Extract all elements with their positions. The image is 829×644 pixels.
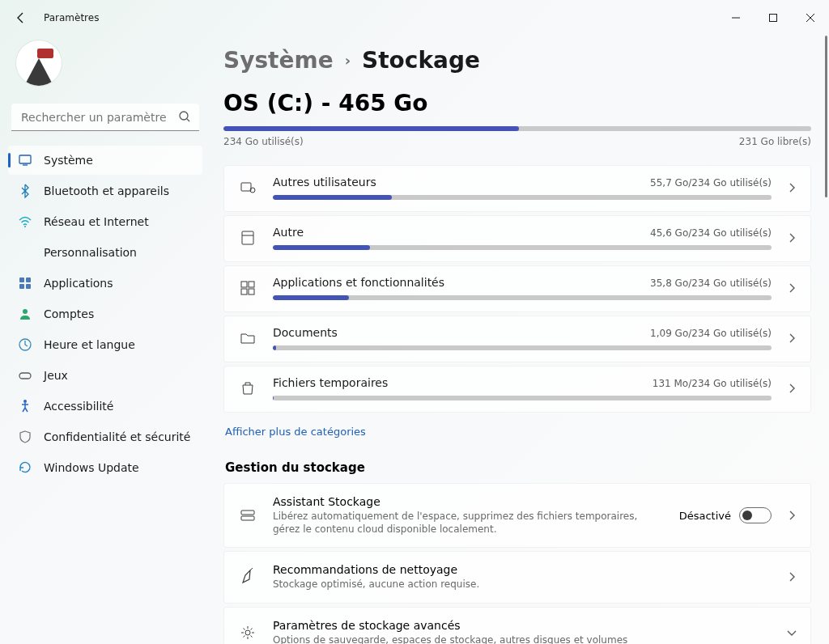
cleanup-row[interactable]: Recommandations de nettoyage Stockage op…	[223, 551, 811, 603]
svg-rect-9	[19, 284, 24, 289]
svg-rect-15	[241, 183, 251, 191]
svg-point-2	[180, 112, 188, 120]
drive-title: OS (C:) - 465 Go	[223, 90, 811, 117]
breadcrumb-root[interactable]: Système	[223, 47, 334, 74]
sidebar-item-system[interactable]: Système	[8, 146, 202, 175]
sidebar-item-time[interactable]: Heure et langue	[8, 330, 202, 359]
broom-icon	[237, 568, 258, 586]
maximize-button[interactable]	[755, 5, 792, 31]
svg-point-14	[23, 400, 27, 403]
category-size: 131 Mo/234 Go utilisé(s)	[653, 378, 772, 389]
sidebar-item-privacy[interactable]: Confidentialité et sécurité	[8, 422, 202, 451]
sidebar-item-accessibility[interactable]: Accessibilité	[8, 392, 202, 421]
category-title: Fichiers temporaires	[273, 376, 388, 389]
back-button[interactable]	[6, 3, 36, 32]
svg-rect-17	[242, 231, 253, 244]
svg-rect-4	[19, 155, 31, 163]
category-card[interactable]: Autre45,6 Go/234 Go utilisé(s)	[223, 215, 811, 262]
sidebar-item-apps[interactable]: Applications	[8, 269, 202, 298]
user-block[interactable]	[8, 36, 202, 100]
svg-point-6	[24, 226, 26, 227]
maximize-icon	[768, 13, 778, 23]
storage-sense-row[interactable]: Assistant Stockage Libérez automatiqueme…	[223, 483, 811, 548]
sidebar-item-label: Windows Update	[44, 461, 139, 474]
minimize-button[interactable]	[717, 5, 755, 31]
svg-point-26	[245, 630, 250, 635]
chevron-right-icon	[786, 232, 797, 244]
paintbrush-icon	[18, 245, 32, 260]
sidebar: Système Bluetooth et appareils Réseau et…	[0, 36, 210, 644]
category-icon	[237, 279, 258, 297]
sidebar-item-accounts[interactable]: Comptes	[8, 299, 202, 328]
svg-line-25	[250, 568, 253, 570]
svg-point-11	[23, 309, 28, 314]
advanced-title: Paramètres de stockage avancés	[273, 619, 772, 632]
category-card[interactable]: Applications et fonctionnalités35,8 Go/2…	[223, 265, 811, 312]
breadcrumb: Système › Stockage	[223, 47, 811, 74]
title-bar: Paramètres	[0, 0, 829, 36]
close-button[interactable]	[792, 5, 829, 31]
storage-sense-title: Assistant Stockage	[273, 495, 665, 508]
person-icon	[18, 307, 32, 321]
category-title: Autre	[273, 226, 304, 239]
section-heading-management: Gestion du stockage	[225, 460, 811, 475]
storage-sense-sub: Libérez automatiquement de l'espace, sup…	[273, 510, 665, 536]
page-title: Stockage	[362, 47, 480, 74]
sidebar-item-gaming[interactable]: Jeux	[8, 361, 202, 390]
sidebar-item-label: Jeux	[44, 369, 68, 382]
sidebar-item-update[interactable]: Windows Update	[8, 453, 202, 482]
category-bar	[273, 245, 772, 250]
chevron-right-icon	[786, 571, 797, 583]
drive-used-label: 234 Go utilisé(s)	[223, 136, 304, 147]
chevron-right-icon	[786, 383, 797, 394]
sidebar-item-network[interactable]: Réseau et Internet	[8, 207, 202, 236]
svg-rect-13	[19, 373, 31, 379]
advanced-row[interactable]: Paramètres de stockage avancés Options d…	[223, 607, 811, 644]
sidebar-item-personalization[interactable]: Personnalisation	[8, 238, 202, 267]
category-list: Autres utilisateurs55,7 Go/234 Go utilis…	[223, 165, 811, 413]
svg-rect-7	[19, 278, 24, 282]
window-title: Paramètres	[44, 12, 99, 23]
sidebar-item-label: Réseau et Internet	[44, 215, 149, 228]
sidebar-item-label: Heure et langue	[44, 338, 135, 351]
cleanup-sub: Stockage optimisé, aucune action requise…	[273, 578, 772, 591]
storage-sense-toggle[interactable]	[739, 507, 772, 523]
wifi-icon	[18, 214, 32, 229]
avatar	[16, 40, 62, 86]
category-bar	[273, 345, 772, 350]
search-icon	[178, 110, 191, 123]
sidebar-item-label: Personnalisation	[44, 246, 137, 259]
category-card[interactable]: Documents1,09 Go/234 Go utilisé(s)	[223, 316, 811, 362]
sidebar-item-label: Comptes	[44, 307, 94, 320]
bluetooth-icon	[18, 184, 32, 198]
category-size: 1,09 Go/234 Go utilisé(s)	[650, 328, 772, 339]
search-box[interactable]	[11, 104, 199, 131]
search-input[interactable]	[11, 104, 199, 131]
category-bar	[273, 396, 772, 400]
category-icon	[237, 329, 258, 347]
category-card[interactable]: Autres utilisateurs55,7 Go/234 Go utilis…	[223, 165, 811, 212]
chevron-right-icon: ›	[345, 52, 351, 69]
chevron-right-icon	[786, 333, 797, 344]
close-icon	[806, 13, 815, 23]
svg-rect-1	[770, 15, 777, 22]
svg-rect-24	[241, 516, 254, 520]
svg-line-3	[187, 119, 189, 121]
sidebar-item-label: Système	[44, 154, 93, 167]
gear-icon	[237, 624, 258, 642]
category-icon	[237, 179, 258, 197]
sidebar-item-bluetooth[interactable]: Bluetooth et appareils	[8, 176, 202, 205]
sidebar-item-label: Confidentialité et sécurité	[44, 430, 190, 443]
advanced-sub: Options de sauvegarde, espaces de stocka…	[273, 633, 772, 644]
drive-usage-fill	[223, 126, 519, 131]
category-title: Autres utilisateurs	[273, 176, 376, 189]
apps-icon	[18, 276, 32, 290]
show-more-link[interactable]: Afficher plus de catégories	[225, 426, 811, 438]
chevron-down-icon	[786, 627, 797, 638]
category-card[interactable]: Fichiers temporaires131 Mo/234 Go utilis…	[223, 366, 811, 413]
svg-rect-21	[241, 289, 247, 294]
category-size: 45,6 Go/234 Go utilisé(s)	[650, 227, 772, 239]
scrollbar-thumb[interactable]	[825, 36, 827, 197]
category-size: 55,7 Go/234 Go utilisé(s)	[650, 177, 772, 189]
svg-rect-10	[26, 284, 31, 289]
